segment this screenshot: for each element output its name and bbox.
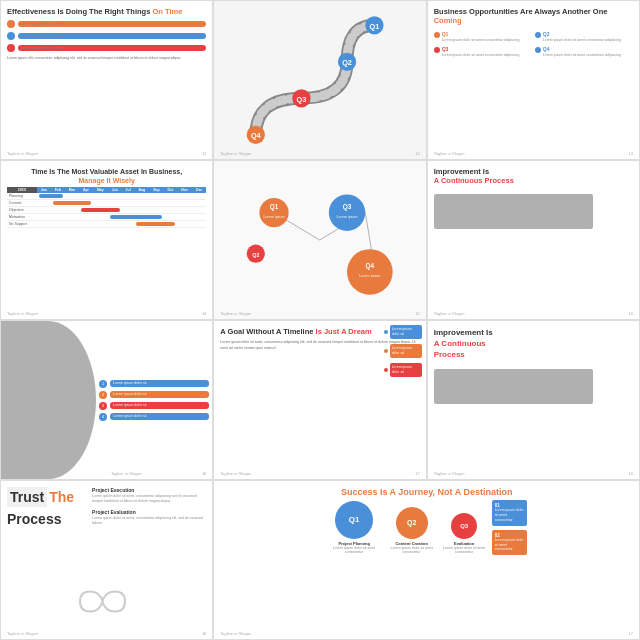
improvement-gray-bar [434, 369, 593, 404]
slide8-num: 17 [415, 471, 419, 476]
slides-grid: Effectiveness Is Doing The Right Things … [0, 0, 640, 640]
box-item-2: Lorem ipsum dolor sit [384, 344, 422, 358]
q4-text: Q4 Lorem ipsum dolor sit amet consectetu… [543, 46, 621, 58]
slide5-num: 15 [415, 311, 419, 316]
success-right-boxes: 01 Lorem ipsum dolor sit amet consectetu… [492, 500, 527, 555]
trust-step-2: Project Evaluation Lorem ipsum dolor sit… [92, 509, 208, 526]
loop-svg [75, 584, 130, 619]
connector-dot-1 [384, 330, 388, 334]
slide1-num: 11 [202, 151, 206, 156]
connector-dot-3 [384, 368, 388, 372]
trust-step2-desc: Lorem ipsum dolor sit amet, consectetur … [92, 516, 208, 526]
gantt-row-content: Content [7, 200, 206, 207]
svg-point-16 [329, 194, 366, 231]
bar-3: Lorem ipsum dolor sit amet [18, 45, 206, 51]
trust-word2: The [49, 487, 74, 507]
step-bar-2: Lorem ipsum dolor sit [110, 391, 209, 398]
slide-improvement: Improvement Is A Continuous Process Tagl… [427, 160, 640, 320]
slide-trust: Trust The Process Project Execution Lore… [0, 480, 213, 640]
gantt-row-nosupport: No Support [7, 221, 206, 228]
step-2: Lorem ipsum dolor sit amet [7, 32, 206, 40]
trust-steps-block: Project Execution Lorem ipsum dolor sit … [92, 487, 208, 526]
q2-dot [535, 32, 541, 38]
slide3-footer: Tagline or Slogan [434, 151, 465, 156]
svg-text:Q2: Q2 [252, 252, 259, 258]
q3-item: Q3 Lorem ipsum dolor sit amet consectetu… [434, 46, 532, 58]
bar-2: Lorem ipsum dolor sit amet [18, 33, 206, 39]
step-bar-4: Lorem ipsum dolor sit [110, 413, 209, 420]
slide-goal: A Goal Without A Timeline Is Just A Drea… [213, 320, 426, 480]
slide-timeline-circles: Q1 Lorem ipsum Q2 Q3 Lorem ipsum Q4 Lore… [213, 160, 426, 320]
slide8-footer: Tagline or Slogan [220, 471, 251, 476]
step-icon-4: 4 [99, 413, 107, 421]
svg-text:Lorem ipsum: Lorem ipsum [337, 215, 358, 219]
slide1-title: Effectiveness Is Doing The Right Things … [7, 7, 206, 16]
dot-blue [7, 32, 15, 40]
slide2-footer: Tagline or Slogan [220, 151, 251, 156]
q1-dot [434, 32, 440, 38]
step-bar-3: Lorem ipsum dolor sit [110, 402, 209, 409]
journey-q2: Q2 Content Creation Lorem ipsum dolor si… [387, 507, 437, 556]
improvement-right-title: Improvement IsA ContinuousProcess [434, 327, 633, 361]
circle-q3: Q3 [451, 513, 477, 539]
slide5-footer: Tagline or Slogan [220, 311, 251, 316]
slide-gantt: Time Is The Most Valuable Asset In Busin… [0, 160, 213, 320]
box-orange: Lorem ipsum dolor sit [390, 344, 422, 358]
slide10-footer: Tagline or Slogan [220, 631, 251, 636]
svg-text:Lorem ipsum: Lorem ipsum [360, 274, 381, 278]
svg-text:Q3: Q3 [297, 95, 307, 104]
quarters-grid: Q1 Lorem ipsum dolor sit amet consectetu… [434, 31, 633, 58]
journey-q1: Q1 Project Planning Lorem ipsum dolor si… [327, 501, 382, 556]
svg-point-19 [347, 249, 393, 295]
gray-semicircle [1, 321, 96, 479]
success-box-1: 01 Lorem ipsum dolor sit amet consectetu… [492, 500, 527, 526]
step-icon-1: 1 [99, 380, 107, 388]
trust-step-1: Project Execution Lorem ipsum dolor sit … [92, 487, 208, 504]
step-row-3: 3 Lorem ipsum dolor sit [99, 402, 209, 410]
q1-journey-desc: Lorem ipsum dolor sit amet consectetur [327, 546, 382, 556]
slide8-boxes: Lorem ipsum dolor sit Lorem ipsum dolor … [384, 325, 422, 377]
box-red: Lorem ipsum dolor sit [390, 363, 422, 377]
slide-impr-footer: Tagline or Slogan [434, 471, 465, 476]
bar-1: Lorem ipsum dolor sit amet [18, 21, 206, 27]
circles-svg: Q1 Lorem ipsum Q2 Q3 Lorem ipsum Q4 Lore… [220, 167, 419, 313]
success-circles: Q1 Project Planning Lorem ipsum dolor si… [220, 500, 633, 555]
slide9-footer: Tagline or Slogan [7, 631, 38, 636]
svg-text:Lorem ipsum: Lorem ipsum [264, 215, 285, 219]
success-box-2: 02 Lorem ipsum dolor sit amet consectetu… [492, 530, 527, 556]
trust-step2-title: Project Evaluation [92, 509, 208, 515]
q2-text: Q2 Lorem ipsum dolor sit amet consectetu… [543, 31, 621, 43]
gantt-row-motivation: Motivation [7, 214, 206, 221]
slide1-footer: Tagline or Slogan [7, 151, 38, 156]
svg-text:Q4: Q4 [366, 262, 375, 270]
svg-text:Q1: Q1 [370, 22, 380, 31]
slide-success: Success Is A Journey, Not A Destination … [213, 480, 640, 640]
slide6-title: Improvement Is A Continuous Process [434, 167, 633, 186]
slide6-num: 16 [629, 311, 633, 316]
q1-item: Q1 Lorem ipsum dolor sit amet consectetu… [434, 31, 532, 43]
gantt-row-objective: Objective [7, 207, 206, 214]
q3-journey-desc: Lorem ipsum dolor sit amet consectetur [442, 546, 487, 556]
trust-word1: Trust [7, 487, 47, 507]
box-blue: Lorem ipsum dolor sit [390, 325, 422, 339]
slide9-num: 16 [202, 631, 206, 636]
circle-q1: Q1 [335, 501, 373, 539]
box-item-1: Lorem ipsum dolor sit [384, 325, 422, 339]
road-svg: Q4 Q3 Q2 Q1 [220, 7, 419, 153]
slide4-num: 14 [202, 311, 206, 316]
slide1-desc: Lorem ipsum elit, consectetur adipiscing… [7, 56, 206, 61]
journey-q3: Q3 Evaluation Lorem ipsum dolor sit amet… [442, 513, 487, 556]
slide-roadmap: Q4 Q3 Q2 Q1 Tagline or Slogan 12 [213, 0, 426, 160]
dot-orange [7, 20, 15, 28]
trust-step1-desc: Lorem ipsum dolor sit amet, consectetur … [92, 494, 208, 504]
q1-text: Q1 Lorem ipsum dolor sit amet consectetu… [442, 31, 520, 43]
svg-text:Q4: Q4 [251, 131, 262, 140]
slide-business: Business Opportunities Are Always Anothe… [427, 0, 640, 160]
slide-effectiveness: Effectiveness Is Doing The Right Things … [0, 0, 213, 160]
gantt-title: Time Is The Most Valuable Asset In Busin… [7, 167, 206, 185]
q3-dot [434, 47, 440, 53]
step-bar-1: Lorem ipsum dolor sit [110, 380, 209, 387]
improvement-graphic [434, 194, 593, 229]
q2-item: Q2 Lorem ipsum dolor sit amet consectetu… [535, 31, 633, 43]
trust-step1-title: Project Execution [92, 487, 208, 493]
